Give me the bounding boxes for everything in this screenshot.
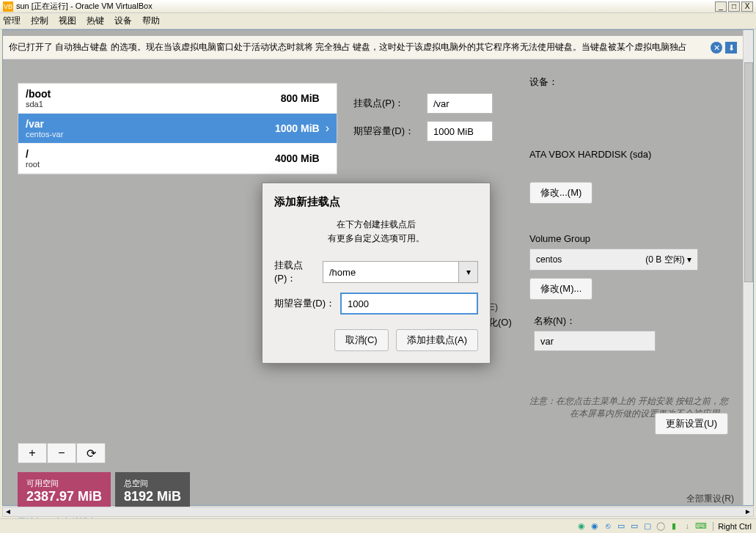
menu-help[interactable]: 帮助 — [142, 15, 160, 27]
scroll-right-icon[interactable]: ► — [743, 507, 753, 516]
cancel-button[interactable]: 取消(C) — [334, 329, 389, 351]
add-mount-point-dialog: 添加新挂载点 在下方创建挂载点后 有更多自定义选项可用。 挂载点(P)： ▾ 期… — [262, 183, 491, 364]
menu-manage[interactable]: 管理 — [3, 15, 21, 27]
reset-all-link[interactable]: 全部重设(R) — [686, 493, 734, 505]
volume-group-label: Volume Group — [529, 233, 728, 244]
optical-disk-icon[interactable]: ◉ — [590, 521, 600, 532]
network-icon[interactable]: ▭ — [616, 521, 626, 532]
window-titlebar: VB sun [正在运行] - Oracle VM VirtualBox _ □… — [0, 0, 756, 13]
vg-free: (0 B 空闲) — [645, 254, 684, 265]
partition-mount: /boot — [26, 88, 281, 100]
name-input[interactable] — [534, 331, 656, 351]
infobar-expand-icon[interactable]: ⬇ — [725, 42, 737, 54]
menu-view[interactable]: 视图 — [59, 15, 76, 27]
volume-group-select[interactable]: centos (0 B 空闲) ▾ — [529, 249, 698, 271]
available-space-box: 可用空间 2387.97 MiB — [18, 472, 111, 510]
capacity-label: 期望容量(D)： — [353, 125, 427, 138]
partition-device: root — [26, 160, 275, 169]
device-name: ATA VBOX HARDDISK (sda) — [529, 149, 728, 160]
vertical-scrollbar[interactable] — [743, 30, 753, 505]
note-line-1: 注意：在您点击主菜单上的 开始安装 按钮之前，您 — [353, 395, 728, 408]
host-key-indicator: Right Ctrl — [713, 522, 752, 531]
dialog-capacity-label: 期望容量(D)： — [274, 297, 340, 310]
virtualbox-icon: VB — [3, 1, 13, 12]
horizontal-scrollbar[interactable]: ◄ ► — [2, 507, 754, 517]
menu-devices[interactable]: 设备 — [114, 15, 132, 27]
vm-display-area: 你已打开了 自动独占键盘 的选项。现在当该虚拟电脑窗口处于活动状态时就将 完全独… — [2, 29, 754, 506]
minimize-button[interactable]: _ — [715, 1, 727, 12]
mount-input[interactable] — [427, 93, 493, 114]
mount-label: 挂载点(P)： — [353, 97, 427, 110]
add-partition-button[interactable]: + — [18, 443, 47, 463]
partition-toolbar: + − ⟳ — [18, 443, 337, 463]
scrollbar-thumb[interactable] — [744, 62, 753, 282]
remove-partition-button[interactable]: − — [47, 443, 76, 463]
guest-screen: 你已打开了 自动独占键盘 的选项。现在当该虚拟电脑窗口处于活动状态时就将 完全独… — [3, 30, 743, 505]
partition-mount: /var — [26, 118, 275, 130]
recording-icon[interactable]: ◯ — [656, 521, 666, 532]
modify-vg-button[interactable]: 修改(M)... — [529, 278, 592, 300]
modify-device-button[interactable]: 修改...(M) — [529, 182, 592, 204]
partition-mount: / — [26, 148, 275, 160]
partition-row-var[interactable]: /var centos-var 1000 MiB › — [18, 114, 337, 144]
capacity-input[interactable] — [427, 121, 493, 141]
display-icon[interactable]: ▢ — [642, 521, 653, 532]
shared-folder-icon[interactable]: ▭ — [629, 521, 639, 532]
partition-size: 4000 MiB — [275, 152, 320, 164]
partition-device: sda1 — [26, 100, 281, 109]
chevron-down-icon[interactable]: ▾ — [458, 262, 477, 282]
vm-statusbar: ◉ ◉ ⎋ ▭ ▭ ▢ ◯ ▮ ↓ ⌨ Right Ctrl — [0, 518, 756, 533]
available-space-label: 可用空间 — [26, 478, 102, 489]
dialog-title: 添加新挂载点 — [274, 195, 478, 209]
menu-hotkeys[interactable]: 热键 — [87, 15, 104, 27]
chevron-down-icon: ▾ — [687, 254, 691, 265]
window-title: sun [正在运行] - Oracle VM VirtualBox — [16, 1, 715, 12]
dialog-desc-2: 有更多自定义选项可用。 — [274, 232, 478, 246]
total-space-box: 总空间 8192 MiB — [115, 472, 190, 510]
add-mount-point-button[interactable]: 添加挂载点(A) — [396, 329, 478, 351]
maximize-button[interactable]: □ — [728, 1, 740, 12]
usb-icon[interactable]: ⎋ — [603, 521, 613, 532]
partition-size: 1000 MiB — [275, 122, 320, 134]
keyboard-capture-infobar: 你已打开了 自动独占键盘 的选项。现在当该虚拟电脑窗口处于活动状态时就将 完全独… — [3, 36, 743, 59]
reload-button[interactable]: ⟳ — [76, 443, 106, 463]
mouse-integration-icon[interactable]: ↓ — [682, 521, 692, 532]
hard-disk-icon[interactable]: ◉ — [576, 521, 587, 532]
menu-control[interactable]: 控制 — [31, 15, 48, 27]
infobar-text: 你已打开了 自动独占键盘 的选项。现在当该虚拟电脑窗口处于活动状态时就将 完全独… — [9, 41, 708, 54]
update-settings-button[interactable]: 更新设置(U) — [655, 413, 728, 435]
total-space-label: 总空间 — [124, 478, 181, 489]
encrypt-text-right: 化(O) — [488, 316, 512, 329]
dialog-desc-1: 在下方创建挂载点后 — [274, 218, 478, 232]
cpu-icon[interactable]: ▮ — [669, 521, 679, 532]
total-space-value: 8192 MiB — [124, 489, 181, 504]
close-button[interactable]: X — [741, 1, 753, 12]
partition-list: /boot sda1 800 MiB › /var centos-var 100… — [18, 83, 337, 174]
partition-device: centos-var — [26, 130, 275, 139]
scroll-left-icon[interactable]: ◄ — [3, 507, 13, 516]
device-label: 设备： — [529, 76, 728, 89]
dialog-mount-label: 挂载点(P)： — [274, 259, 323, 285]
partition-row-boot[interactable]: /boot sda1 800 MiB › — [18, 84, 337, 114]
menubar: 管理 控制 视图 热键 设备 帮助 — [0, 13, 756, 29]
partition-size: 800 MiB — [281, 92, 320, 104]
name-field-label: 名称(N)： — [534, 315, 656, 328]
chevron-right-icon: › — [326, 122, 329, 135]
dialog-mount-input[interactable] — [323, 262, 458, 282]
dialog-capacity-input[interactable] — [340, 293, 478, 315]
space-summary: 可用空间 2387.97 MiB 总空间 8192 MiB — [18, 472, 337, 510]
keyboard-capture-icon[interactable]: ⌨ — [695, 521, 705, 532]
dialog-mount-combo[interactable]: ▾ — [323, 261, 478, 283]
infobar-close-icon[interactable]: ✕ — [711, 42, 722, 54]
vg-name: centos — [536, 254, 562, 265]
partition-row-root[interactable]: / root 4000 MiB › — [18, 144, 337, 174]
available-space-value: 2387.97 MiB — [26, 489, 102, 504]
